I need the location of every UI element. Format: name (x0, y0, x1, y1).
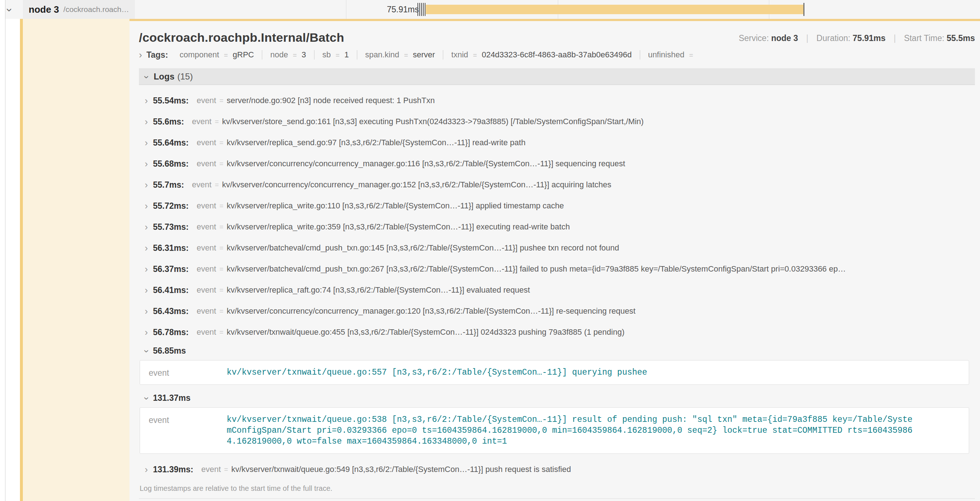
log-field-value: kv/kvserver/replica_write.go:110 [n3,s3,… (227, 201, 975, 211)
tag-value: 3 (302, 50, 306, 59)
span-tree-guide-bar (20, 0, 23, 501)
log-field-value: kv/kvserver/txnwait/queue.go:538 [n3,s3,… (227, 414, 916, 447)
log-entry-row[interactable]: › 56.78ms: event = kv/kvserver/txnwait/q… (139, 322, 975, 343)
chevron-down-icon: › (142, 75, 152, 78)
left-gutter-divider (5, 0, 5, 501)
tag-equals: = (689, 51, 693, 59)
collapse-children-button[interactable]: › (7, 0, 11, 19)
log-timestamp: 56.37ms: (153, 264, 189, 274)
span-name-cell[interactable]: node 3 /cockroach.roach… (23, 0, 135, 19)
span-row[interactable]: 75.91ms node 3 /cockroach.roach… (5, 0, 980, 19)
log-entry-row[interactable]: › 55.68ms: event = kv/kvserver/concurren… (139, 153, 975, 174)
span-end-log-tick (803, 3, 805, 16)
chevron-right-icon: › (145, 465, 148, 474)
tag-equals: = (293, 51, 297, 59)
logs-section: › Logs (15) › 55.54ms: event = server/no… (139, 68, 975, 499)
log-equals: = (220, 307, 223, 315)
log-equals: = (220, 265, 223, 273)
chevron-right-icon: › (145, 138, 148, 147)
log-field-value: server/node.go:902 [n3] node received re… (227, 96, 975, 105)
log-entry-row[interactable]: › 56.41ms: event = kv/kvserver/replica_r… (139, 279, 975, 301)
chevron-right-icon: › (145, 327, 148, 337)
log-entry-row[interactable]: › 56.85ms (139, 343, 975, 359)
tag-key: component (180, 50, 219, 59)
log-field-key: event (197, 138, 216, 147)
logs-title: Logs (154, 72, 175, 82)
detail-header: /cockroach.roachpb.Internal/Batch Servic… (139, 21, 975, 46)
chevron-right-icon: › (145, 159, 148, 168)
log-field-key: event (197, 264, 216, 274)
log-field-key: event (197, 96, 216, 105)
log-timestamp: 55.6ms: (153, 117, 184, 127)
log-entry-row[interactable]: › 55.64ms: event = kv/kvserver/replica_s… (139, 132, 975, 153)
tag-item: sb = 1 (314, 50, 357, 59)
log-equals: = (215, 118, 219, 126)
log-entry-row[interactable]: › 56.43ms: event = kv/kvserver/concurren… (139, 301, 975, 322)
operation-name: /cockroach.roach… (64, 5, 129, 14)
log-equals: = (220, 139, 223, 147)
log-timestamp: 131.37ms (153, 393, 191, 403)
log-equals: = (220, 202, 223, 210)
tag-item: component = gRPC (172, 50, 262, 59)
log-field-value: kv/kvserver/batcheval/cmd_push_txn.go:14… (227, 243, 975, 253)
log-entry-row[interactable]: › 56.31ms: event = kv/kvserver/batcheval… (139, 238, 975, 258)
logs-count: (15) (177, 72, 193, 82)
log-entry-row[interactable]: › 55.73ms: event = kv/kvserver/replica_w… (139, 216, 975, 238)
log-entry-row[interactable]: › 56.37ms: event = kv/kvserver/batcheval… (139, 258, 975, 279)
tags-accordion[interactable]: › Tags: component = gRPC node = 3 sb = 1… (139, 46, 975, 63)
chevron-down-icon: › (142, 349, 152, 353)
log-equals: = (215, 181, 219, 189)
log-field-value: kv/kvserver/batcheval/cmd_push_txn.go:26… (227, 264, 975, 274)
logs-footer-note: Log timestamps are relative to the start… (139, 480, 975, 499)
log-equals: = (220, 97, 223, 105)
log-field-value: kv/kvserver/txnwait/queue.go:455 [n3,s3,… (227, 327, 975, 337)
log-field-key: event (197, 306, 216, 316)
tag-item: node = 3 (262, 50, 314, 59)
log-entry-row[interactable]: › 55.54ms: event = server/node.go:902 [n… (139, 90, 975, 111)
tag-item: txnid = 024d3323-6c8f-4863-aa8b-37ab0e63… (443, 50, 640, 59)
log-timestamp: 55.72ms: (153, 201, 189, 211)
log-timestamp: 55.73ms: (153, 222, 189, 232)
trace-view: 75.91ms node 3 /cockroach.roach… › /cock… (0, 0, 980, 501)
log-keyvalue-card: event kv/kvserver/txnwait/queue.go:557 [… (140, 360, 969, 385)
chevron-down-icon: › (142, 397, 152, 400)
log-field-key: event (201, 465, 221, 474)
tags-label: Tags: (146, 50, 168, 60)
span-detail-panel: /cockroach.roachpb.Internal/Batch Servic… (129, 19, 980, 501)
log-equals: = (220, 223, 223, 231)
meta-divider: | (806, 34, 808, 43)
log-entry-row[interactable]: › 55.6ms: event = kv/kvserver/store_send… (139, 111, 975, 132)
chevron-right-icon: › (145, 96, 148, 105)
log-entry-row[interactable]: › 55.7ms: event = kv/kvserver/concurrenc… (139, 174, 975, 195)
log-field-key: event (149, 367, 227, 378)
log-entry-row[interactable]: › 131.39ms: event = kv/kvserver/txnwait/… (139, 459, 975, 480)
chevron-down-icon: › (4, 8, 15, 12)
logs-accordion-header[interactable]: › Logs (15) (139, 68, 975, 85)
log-timestamp: 56.31ms: (153, 243, 189, 253)
tag-key: span.kind (365, 50, 399, 59)
log-field-value: kv/kvserver/replica_send.go:97 [n3,s3,r6… (227, 138, 975, 147)
log-tick-marks (417, 3, 426, 16)
log-field-value: kv/kvserver/replica_raft.go:74 [n3,s3,r6… (227, 286, 975, 295)
tag-value: 024d3323-6c8f-4863-aa8b-37ab0e63496d (482, 50, 632, 59)
service-value: node 3 (771, 34, 798, 43)
log-entry-row[interactable]: › 131.37ms (139, 390, 975, 406)
tag-equals: = (336, 51, 339, 59)
tag-value: gRPC (233, 50, 254, 59)
chevron-right-icon: › (139, 50, 142, 59)
log-field-key: event (197, 201, 216, 211)
selected-span-indent-column (23, 19, 135, 501)
log-timestamp: 55.54ms: (153, 96, 189, 106)
log-equals: = (224, 466, 228, 474)
chevron-right-icon: › (145, 117, 148, 126)
log-equals: = (220, 286, 223, 294)
chevron-right-icon: › (145, 306, 148, 316)
span-duration-bar[interactable] (426, 5, 803, 14)
log-field-value: kv/kvserver/concurrency/concurrency_mana… (222, 180, 975, 190)
tag-item: unfinished = (640, 50, 704, 59)
log-entry-row[interactable]: › 55.72ms: event = kv/kvserver/replica_w… (139, 195, 975, 216)
log-field-value: kv/kvserver/concurrency/concurrency_mana… (227, 306, 975, 316)
start-time-value: 55.5ms (947, 34, 975, 43)
service-name: node 3 (29, 4, 59, 15)
chevron-right-icon: › (145, 180, 148, 190)
